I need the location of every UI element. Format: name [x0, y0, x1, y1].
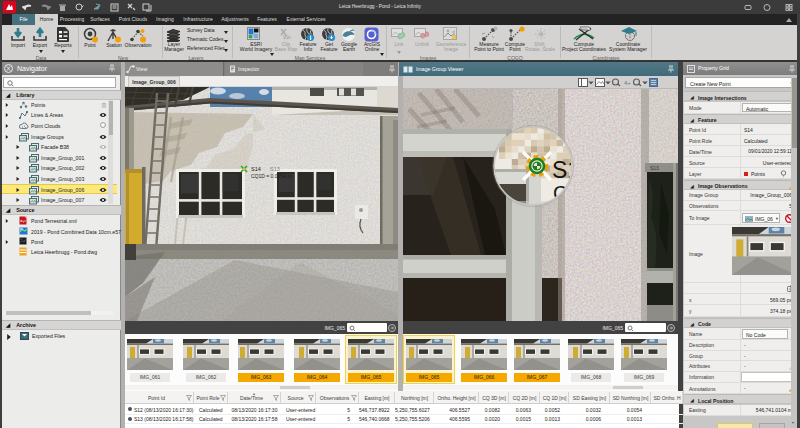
svg-text:S14: S14 — [251, 166, 261, 172]
svg-text:CQ1D = 0.0254 m: CQ1D = 0.0254 m — [251, 173, 291, 179]
svg-text:4+: 4+ — [624, 80, 631, 86]
svg-text:S13: S13 — [650, 165, 659, 171]
svg-text:S13: S13 — [270, 166, 280, 172]
